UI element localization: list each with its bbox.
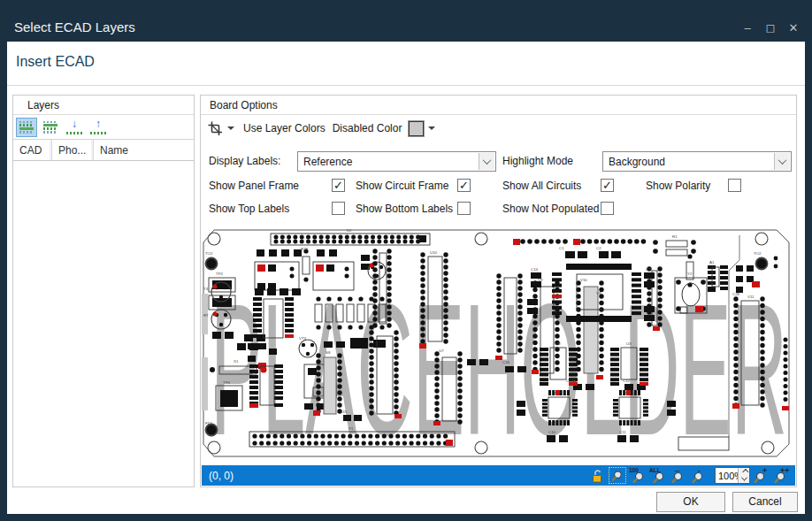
- svg-text:V10: V10: [580, 278, 587, 282]
- show-bottom-labels-label: Show Bottom Labels: [356, 203, 453, 215]
- disabled-color-swatch[interactable]: [409, 121, 424, 136]
- zoom-100-icon[interactable]: 100: [629, 467, 647, 484]
- zoom-out-2x-icon[interactable]: --: [670, 467, 687, 484]
- svg-text:V13: V13: [624, 390, 632, 395]
- svg-text:FD1: FD1: [205, 421, 213, 425]
- show-top-labels-checkbox[interactable]: [332, 202, 345, 215]
- layers-panel: Layers ↓ ↑ CAD Pho... Name: [12, 95, 195, 487]
- show-not-populated-checkbox[interactable]: [601, 202, 614, 215]
- titlebar: Select ECAD Layers – ◻ ✕: [0, 0, 812, 42]
- svg-text:C18A: C18A: [566, 379, 576, 383]
- svg-text:100: 100: [629, 467, 639, 473]
- display-labels-combo-button[interactable]: [479, 153, 494, 170]
- board-options-header: Board Options: [201, 96, 796, 115]
- svg-text:TO2: TO2: [754, 251, 762, 256]
- svg-text:S8: S8: [326, 350, 331, 355]
- svg-text:C12: C12: [623, 379, 631, 383]
- zoom-in-2x-icon[interactable]: ++: [773, 467, 791, 484]
- show-all-layers-icon[interactable]: [16, 118, 37, 137]
- svg-text:Y2: Y2: [687, 272, 693, 276]
- crop-icon[interactable]: [208, 121, 223, 136]
- svg-text:V12: V12: [554, 390, 561, 395]
- show-circuit-frame-checkbox[interactable]: [457, 179, 471, 192]
- svg-text:U7: U7: [439, 349, 444, 353]
- board-options-toolbar: Use Layer Colors Disabled Color: [201, 115, 796, 142]
- column-header-photo[interactable]: Pho...: [52, 140, 94, 160]
- maximize-button[interactable]: ◻: [764, 21, 777, 34]
- zoom-all-icon[interactable]: ALL: [649, 467, 667, 484]
- show-top-labels-label: Show Top Labels: [209, 203, 289, 215]
- crop-dropdown-caret[interactable]: [227, 126, 234, 130]
- svg-text:C14: C14: [531, 267, 539, 272]
- show-panel-frame-label: Show Panel Frame: [209, 180, 299, 192]
- move-layer-up-icon[interactable]: ↑: [88, 118, 109, 137]
- svg-text:P1: P1: [349, 426, 354, 431]
- move-layer-down-icon[interactable]: ↓: [64, 118, 85, 137]
- svg-text:C7: C7: [646, 267, 651, 272]
- ok-button[interactable]: OK: [656, 492, 725, 512]
- display-labels-value: Reference: [303, 156, 352, 168]
- highlight-mode-value: Background: [609, 156, 665, 168]
- layers-column-headers: CAD Pho... Name: [13, 140, 194, 161]
- svg-text:U2: U2: [555, 341, 561, 346]
- select-ecad-layers-window: Select ECAD Layers – ◻ ✕ Insert ECAD Lay…: [0, 0, 812, 521]
- window-title: Select ECAD Layers: [14, 19, 135, 34]
- show-selected-layers-icon[interactable]: [40, 118, 61, 137]
- cancel-button[interactable]: Cancel: [732, 492, 798, 512]
- column-header-name[interactable]: Name: [94, 140, 194, 160]
- svg-text:C15: C15: [340, 410, 348, 414]
- svg-text:V11: V11: [747, 295, 755, 299]
- show-not-populated-label: Show Not Populated: [502, 203, 599, 215]
- column-header-cad[interactable]: CAD: [13, 140, 52, 160]
- svg-text:ALL: ALL: [649, 467, 661, 473]
- show-bottom-labels-checkbox[interactable]: [457, 202, 471, 215]
- checkbox-row-2: Show Top Labels Show Bottom Labels Show …: [201, 199, 796, 219]
- svg-text:C10: C10: [548, 430, 556, 434]
- board-options-panel: Board Options Use Layer Colors Disabled …: [200, 95, 797, 487]
- board-preview[interactable]: PLACEHOLDER K2R1TO2TO2TP2T4RTX1TP6FD1P1V…: [202, 225, 795, 465]
- layers-toolbar: ↓ ↑: [13, 115, 194, 140]
- svg-text:C16: C16: [502, 360, 510, 364]
- highlight-mode-combo[interactable]: Background: [602, 151, 792, 172]
- svg-text:VT3: VT3: [299, 336, 307, 341]
- svg-text:V9: V9: [538, 278, 543, 282]
- svg-text:C11: C11: [619, 430, 626, 434]
- zoom-level-spinner[interactable]: 100%: [715, 467, 750, 484]
- show-circuit-frame-label: Show Circuit Frame: [356, 180, 448, 192]
- svg-text:C2: C2: [596, 246, 601, 250]
- chevron-down-icon: [778, 156, 787, 165]
- use-layer-colors-label[interactable]: Use Layer Colors: [243, 122, 326, 134]
- zoom-in-icon[interactable]: +: [753, 467, 770, 484]
- zoom-window-icon[interactable]: [609, 467, 626, 484]
- show-polarity-checkbox[interactable]: [728, 179, 741, 192]
- svg-text:X1: X1: [234, 359, 239, 364]
- page-title: Insert ECAD: [16, 54, 95, 70]
- unlock-icon[interactable]: [588, 467, 606, 484]
- highlight-mode-combo-button[interactable]: [774, 153, 790, 170]
- chevron-down-icon: [483, 156, 492, 165]
- dialog-header: Insert ECAD: [7, 42, 805, 86]
- show-polarity-label: Show Polarity: [646, 180, 710, 192]
- display-labels-combo[interactable]: Reference: [297, 151, 496, 172]
- svg-text:C28: C28: [732, 292, 740, 296]
- highlight-mode-label: Highlight Mode: [502, 155, 573, 167]
- show-all-circuits-checkbox[interactable]: [601, 179, 614, 192]
- display-labels-label: Display Labels:: [209, 155, 280, 167]
- zoom-out-icon[interactable]: -: [690, 467, 708, 484]
- svg-text:R1: R1: [672, 234, 678, 239]
- checkbox-row-1: Show Panel Frame Show Circuit Frame Show…: [201, 176, 796, 196]
- show-panel-frame-checkbox[interactable]: [332, 179, 345, 192]
- disabled-color-label: Disabled Color: [333, 122, 402, 134]
- svg-text:T4: T4: [203, 287, 209, 291]
- svg-text:C1: C1: [559, 246, 564, 250]
- show-all-circuits-label: Show All Circuits: [502, 180, 581, 192]
- svg-text:TO2: TO2: [205, 251, 213, 256]
- svg-text:R18: R18: [301, 247, 309, 251]
- minimize-button[interactable]: –: [741, 21, 754, 34]
- svg-text:TP6: TP6: [223, 380, 231, 385]
- layers-list-empty[interactable]: [13, 161, 194, 487]
- close-button[interactable]: ✕: [787, 21, 800, 34]
- zoom-spin-down[interactable]: [739, 476, 749, 484]
- svg-text:TP2: TP2: [216, 272, 224, 276]
- disabled-color-dropdown-caret[interactable]: [428, 126, 435, 130]
